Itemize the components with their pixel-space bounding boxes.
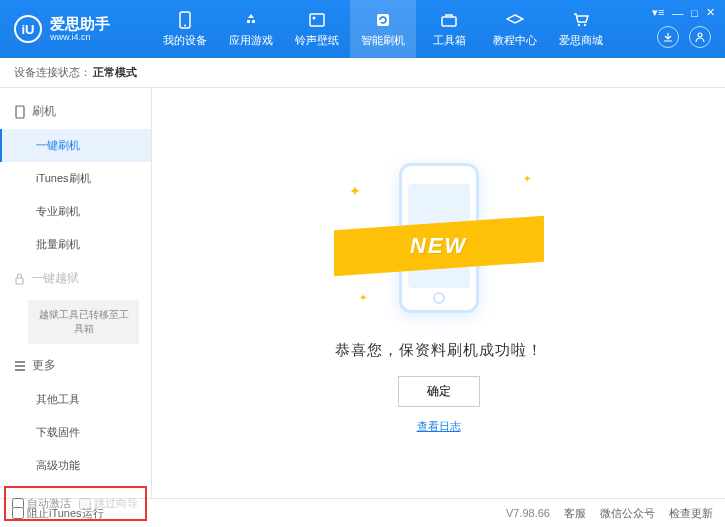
nav-my-device[interactable]: 我的设备 — [152, 0, 218, 58]
sidebar-pro-flash[interactable]: 专业刷机 — [0, 195, 151, 228]
download-button[interactable] — [657, 26, 679, 48]
sidebar-itunes-flash[interactable]: iTunes刷机 — [0, 162, 151, 195]
nav-store[interactable]: 爱思商城 — [548, 0, 614, 58]
star-icon: ✦ — [523, 173, 531, 184]
sidebar-download-firmware[interactable]: 下载固件 — [0, 416, 151, 449]
device-icon — [14, 105, 26, 119]
sidebar-jailbreak-header: 一键越狱 — [0, 261, 151, 296]
logo-icon: iU — [14, 15, 42, 43]
status-label: 设备连接状态： — [14, 65, 91, 80]
star-icon: ✦ — [359, 292, 367, 303]
sidebar-advanced[interactable]: 高级功能 — [0, 449, 151, 482]
footer-wechat[interactable]: 微信公众号 — [600, 506, 655, 521]
svg-rect-5 — [442, 17, 456, 26]
cart-icon — [572, 11, 590, 29]
footer-support[interactable]: 客服 — [564, 506, 586, 521]
nav-ringtones[interactable]: 铃声壁纸 — [284, 0, 350, 58]
svg-rect-10 — [16, 278, 23, 284]
sidebar: 刷机 一键刷机 iTunes刷机 专业刷机 批量刷机 一键越狱 越狱工具已转移至… — [0, 88, 152, 498]
nav-apps[interactable]: 应用游戏 — [218, 0, 284, 58]
nav-tutorials[interactable]: 教程中心 — [482, 0, 548, 58]
svg-point-6 — [578, 23, 580, 25]
app-header: iU 爱思助手 www.i4.cn 我的设备 应用游戏 铃声壁纸 智能刷机 工具… — [0, 0, 725, 58]
jailbreak-notice: 越狱工具已转移至工具箱 — [28, 300, 139, 344]
svg-rect-9 — [16, 106, 24, 118]
nav-tabs: 我的设备 应用游戏 铃声壁纸 智能刷机 工具箱 教程中心 爱思商城 — [152, 0, 614, 58]
nav-toolbox[interactable]: 工具箱 — [416, 0, 482, 58]
svg-point-7 — [584, 23, 586, 25]
logo-area: iU 爱思助手 www.i4.cn — [0, 15, 152, 43]
view-log-link[interactable]: 查看日志 — [417, 419, 461, 434]
sidebar-onekey-flash[interactable]: 一键刷机 — [0, 129, 151, 162]
sidebar-flash-header[interactable]: 刷机 — [0, 94, 151, 129]
sidebar-more-header[interactable]: 更多 — [0, 348, 151, 383]
sidebar-other-tools[interactable]: 其他工具 — [0, 383, 151, 416]
maximize-icon[interactable]: □ — [691, 7, 698, 19]
nav-flash[interactable]: 智能刷机 — [350, 0, 416, 58]
minimize-icon[interactable]: — — [672, 7, 683, 19]
image-icon — [308, 11, 326, 29]
user-button[interactable] — [689, 26, 711, 48]
success-illustration: ✦ ✦ ✦ NEW — [339, 153, 539, 323]
svg-point-8 — [698, 33, 702, 37]
lock-icon — [14, 273, 25, 285]
apps-icon — [242, 11, 260, 29]
svg-rect-2 — [310, 14, 324, 26]
ok-button[interactable]: 确定 — [398, 376, 480, 407]
svg-point-1 — [184, 24, 186, 26]
svg-rect-4 — [377, 14, 389, 26]
window-controls: ▾≡ — □ ✕ — [652, 6, 715, 19]
main-content: ✦ ✦ ✦ NEW 恭喜您，保资料刷机成功啦！ 确定 查看日志 — [152, 88, 725, 498]
graduation-icon — [506, 11, 524, 29]
briefcase-icon — [440, 11, 458, 29]
menu-icon[interactable]: ▾≡ — [652, 6, 664, 19]
close-icon[interactable]: ✕ — [706, 6, 715, 19]
menu-icon — [14, 361, 26, 371]
app-url: www.i4.cn — [50, 32, 110, 42]
status-value: 正常模式 — [93, 65, 137, 80]
new-ribbon: NEW — [334, 215, 544, 276]
footer-check-update[interactable]: 检查更新 — [669, 506, 713, 521]
star-icon: ✦ — [349, 183, 361, 199]
sidebar-batch-flash[interactable]: 批量刷机 — [0, 228, 151, 261]
app-name: 爱思助手 — [50, 16, 110, 33]
block-itunes-checkbox[interactable]: 阻止iTunes运行 — [12, 506, 104, 521]
phone-icon — [176, 11, 194, 29]
success-message: 恭喜您，保资料刷机成功啦！ — [335, 341, 543, 360]
version-label: V7.98.66 — [506, 507, 550, 519]
refresh-icon — [374, 11, 392, 29]
svg-point-3 — [313, 16, 316, 19]
status-bar: 设备连接状态： 正常模式 — [0, 58, 725, 88]
